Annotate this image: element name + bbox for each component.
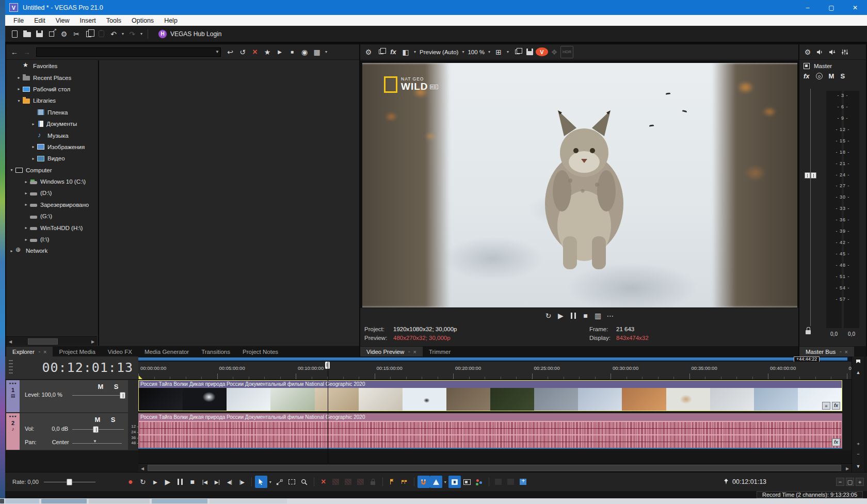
expander-icon[interactable]: ▸	[23, 237, 29, 242]
playhead-line[interactable]	[328, 362, 328, 463]
next-frame-button[interactable]: |▶	[236, 476, 248, 488]
mute-output-button[interactable]	[814, 46, 826, 58]
tree-item-документы[interactable]: ▸Документы	[6, 118, 97, 129]
menu-view[interactable]: View	[51, 15, 75, 26]
float-window-icon[interactable]: ▫	[408, 349, 410, 354]
tab-explorer[interactable]: Explorer▫×	[6, 347, 53, 356]
tree-item-network[interactable]: ▸Network	[6, 245, 97, 256]
zoom-in-track-icon[interactable]: ＋	[853, 439, 863, 448]
copy-snapshot-button[interactable]	[511, 46, 523, 58]
play-button[interactable]: ▶	[555, 310, 567, 322]
tree-item-wintohdd-h-[interactable]: ▸WinToHDD (H:\)	[6, 222, 97, 233]
expander-icon[interactable]: ▸	[15, 75, 22, 80]
file-list-area[interactable]	[98, 60, 359, 346]
video-frame[interactable]: NAT GEO WILDHD	[362, 63, 797, 307]
video-track-strip[interactable]: ●●● 1 ▤	[6, 380, 20, 412]
pan-value[interactable]: Center	[52, 439, 69, 445]
master-fx-button[interactable]: fx	[804, 72, 810, 80]
loc-button[interactable]: ❖	[548, 46, 560, 58]
enable-snapping-button[interactable]	[418, 476, 430, 488]
timecode-display[interactable]: 00:12:01:13	[42, 360, 133, 375]
views-button[interactable]: ▦	[311, 46, 323, 58]
pan-marker-icon[interactable]: ▼	[93, 439, 97, 444]
tab-trimmer[interactable]: Trimmer	[423, 347, 457, 356]
rate-slider-track[interactable]	[44, 482, 95, 482]
close-icon[interactable]: ×	[43, 349, 46, 355]
tree-item-favorites[interactable]: Favorites	[6, 60, 97, 72]
video-output-fx-button[interactable]: fx	[387, 46, 399, 58]
undo-dropdown[interactable]: ▾	[120, 28, 126, 40]
video-track-row[interactable]: Россия Тайга Волки Дикая природа России …	[138, 380, 852, 413]
downmix-output-button[interactable]	[826, 46, 839, 58]
expander-icon[interactable]: ▸	[8, 249, 15, 253]
audio-track-header[interactable]: ●●● 2 ♪ M S Vol: 0,0 dB Pan:	[5, 413, 138, 450]
trim-end-button[interactable]	[342, 476, 355, 488]
back-button[interactable]: ←	[8, 46, 21, 58]
preview-quality-dropdown[interactable]: Preview (Auto)	[418, 46, 460, 58]
marker-tool-icon[interactable]	[853, 357, 863, 367]
meter-lock-icon[interactable]	[806, 330, 811, 334]
scroll-up-icon[interactable]: ▲	[853, 368, 863, 377]
master-solo-button[interactable]: S	[840, 72, 845, 80]
split-trim-button[interactable]	[355, 476, 367, 488]
auto-ripple-button[interactable]	[430, 476, 442, 488]
tab-master-bus[interactable]: Master Bus▫×	[799, 347, 854, 356]
video-track-header[interactable]: ●●● 1 ▤ M S Level: 100,0 %	[5, 380, 138, 413]
go-to-start-button[interactable]: |◀	[199, 476, 211, 488]
menu-options[interactable]: Options	[126, 15, 159, 26]
pause-button[interactable]	[174, 476, 186, 488]
video-event[interactable]: Россия Тайга Волки Дикая природа России …	[138, 380, 842, 411]
grid-overlay-button[interactable]: ⊞	[492, 46, 505, 58]
play-button[interactable]: ▶	[162, 476, 174, 488]
vol-slider-handle[interactable]	[93, 426, 99, 433]
paste-button[interactable]	[95, 28, 107, 40]
tree-item-пленка[interactable]: Пленка	[6, 107, 97, 118]
menu-insert[interactable]: Insert	[75, 15, 101, 26]
titlebar[interactable]: V Untitled * - VEGAS Pro 21.0 – ▢ ✕	[5, 0, 867, 15]
audio-track-strip[interactable]: ●●● 2 ♪	[6, 413, 20, 450]
auto-ripple-dropdown[interactable]: ▾	[442, 476, 448, 488]
tree-item-libraries[interactable]: ▾Libraries	[6, 95, 97, 106]
zoom-edit-tool[interactable]	[298, 476, 311, 488]
views-dropdown[interactable]: ▾	[323, 46, 329, 58]
go-to-end-button[interactable]: ▶|	[211, 476, 223, 488]
float-window-icon[interactable]: ▫	[840, 349, 841, 354]
tree-item-музыка[interactable]: Музыка	[6, 129, 97, 141]
zoom-out-icon[interactable]: −	[836, 478, 844, 486]
add-to-favorites-button[interactable]: ★	[261, 46, 274, 58]
scrollbar-thumb[interactable]	[28, 338, 58, 345]
tree-item--d-[interactable]: ▸(D:\)	[6, 187, 97, 199]
scroll-right-icon[interactable]: ▶	[89, 337, 97, 346]
tab-video-preview[interactable]: Video Preview▫×	[360, 347, 423, 356]
selection-edit-tool[interactable]	[286, 476, 298, 488]
combo-caret-icon[interactable]: ▼	[215, 50, 219, 54]
insert-bus-button[interactable]	[505, 476, 517, 488]
tab-media-generator[interactable]: Media Generator	[138, 347, 195, 356]
external-monitor-button[interactable]	[375, 46, 387, 58]
time-ruler[interactable]: 00:00:00:0000:05:00:0000:10:00:0000:15:0…	[138, 362, 852, 380]
stop-button[interactable]: ■	[580, 310, 592, 322]
mixer-controls-button[interactable]: ▥	[592, 310, 604, 322]
vegas-hub-login-button[interactable]: H VEGAS Hub Login	[158, 30, 221, 38]
video-solo-button[interactable]: S	[110, 382, 122, 391]
audio-mute-button[interactable]: M	[92, 415, 103, 424]
vol-value[interactable]: 0,0 dB	[52, 426, 68, 432]
media-manager-button[interactable]: ◉	[298, 46, 311, 58]
stop-button[interactable]: ■	[186, 476, 199, 488]
save-snapshot-button[interactable]	[523, 46, 536, 58]
preview-quality-caret[interactable]: ▾	[460, 46, 466, 58]
play-from-start-button[interactable]: ▶	[149, 476, 162, 488]
properties-button[interactable]: ⚙	[58, 28, 70, 40]
tree-item-рабочий-стол[interactable]: ▸Рабочий стол	[6, 84, 97, 95]
lock-event-button[interactable]	[367, 476, 379, 488]
audio-solo-button[interactable]: S	[107, 415, 119, 424]
expander-icon[interactable]: ▸	[30, 144, 37, 149]
mixing-console-button[interactable]	[492, 476, 505, 488]
previous-frame-button[interactable]: ◀|	[223, 476, 236, 488]
trim-start-button[interactable]	[330, 476, 342, 488]
empty-track-area[interactable]	[138, 450, 852, 463]
undo-button[interactable]: ↶	[107, 28, 120, 40]
grid-overlay-dropdown[interactable]: ▾	[505, 46, 511, 58]
expander-icon[interactable]: ▸	[15, 87, 22, 91]
close-button[interactable]: ✕	[843, 0, 867, 15]
